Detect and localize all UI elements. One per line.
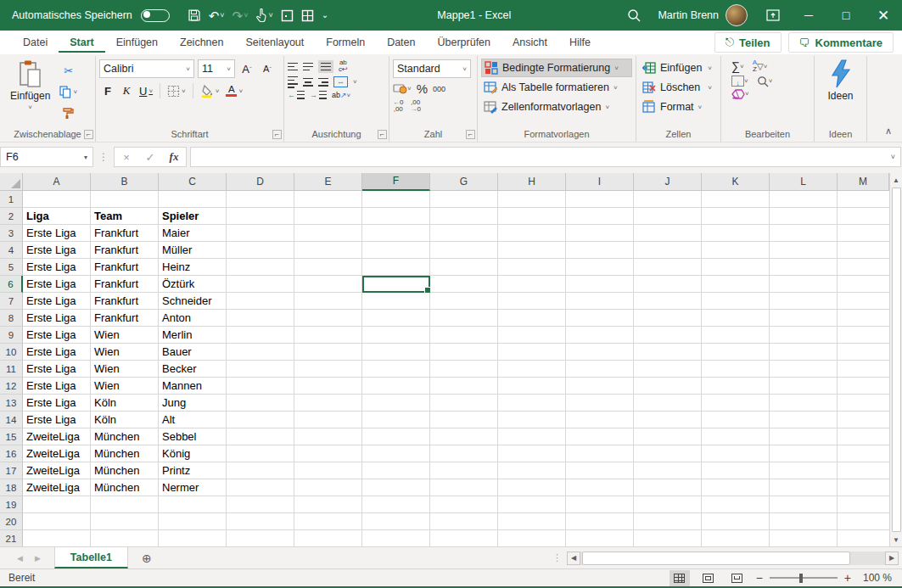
cell-K8[interactable]	[702, 310, 770, 327]
cell-G6[interactable]	[430, 276, 498, 293]
tab-einfuegen[interactable]: Einfügen	[105, 32, 169, 53]
zoom-out-button[interactable]: −	[756, 571, 763, 585]
cell-borders-icon[interactable]	[278, 8, 296, 24]
cell-D3[interactable]	[227, 225, 294, 242]
cell-E5[interactable]	[294, 259, 362, 276]
cell-K2[interactable]	[702, 208, 770, 225]
cell-K17[interactable]	[702, 462, 770, 479]
cell-E1[interactable]	[294, 191, 362, 208]
cell-D20[interactable]	[227, 513, 294, 530]
cell-C2[interactable]: Spieler	[159, 208, 227, 225]
cell-C21[interactable]	[159, 530, 227, 546]
cell-J7[interactable]	[634, 293, 702, 310]
cell-D21[interactable]	[227, 530, 294, 546]
cell-G8[interactable]	[430, 310, 498, 327]
cell-F2[interactable]	[362, 208, 430, 225]
cell-K18[interactable]	[702, 479, 770, 496]
cell-A18[interactable]: ZweiteLiga	[23, 479, 91, 496]
cell-I20[interactable]	[566, 513, 634, 530]
cell-J3[interactable]	[634, 225, 702, 242]
column-header-L[interactable]: L	[770, 173, 838, 191]
increase-font-icon[interactable]: Aˆ	[238, 59, 255, 78]
cell-M18[interactable]	[838, 479, 889, 496]
cell-E9[interactable]	[294, 327, 362, 344]
scroll-up-icon[interactable]: ▲	[893, 173, 899, 187]
cell-B9[interactable]: Wien	[91, 327, 159, 344]
cell-L7[interactable]	[770, 293, 838, 310]
cell-B20[interactable]	[91, 513, 159, 530]
clipboard-dialog-launcher[interactable]: ⌐	[84, 130, 93, 139]
cell-L13[interactable]	[770, 395, 838, 412]
undo-icon[interactable]: ↶˅	[206, 8, 227, 24]
fill-color-icon[interactable]: ˅	[198, 81, 222, 100]
cell-H21[interactable]	[498, 530, 566, 546]
cell-A2[interactable]: Liga	[23, 208, 91, 225]
cell-J5[interactable]	[634, 259, 702, 276]
cell-F8[interactable]	[362, 310, 430, 327]
cell-G4[interactable]	[430, 242, 498, 259]
view-gridlines-icon[interactable]	[299, 8, 317, 24]
cell-G16[interactable]	[430, 445, 498, 462]
cell-F19[interactable]	[362, 496, 430, 513]
cell-E4[interactable]	[294, 242, 362, 259]
cell-B14[interactable]: Köln	[91, 412, 159, 428]
formula-input[interactable]: ˅	[190, 147, 901, 167]
row-header-6[interactable]: 6	[0, 276, 23, 293]
cell-C8[interactable]: Anton	[159, 310, 227, 327]
cell-K5[interactable]	[702, 259, 770, 276]
row-header-21[interactable]: 21	[0, 530, 23, 546]
decrease-indent-icon[interactable]: ←	[288, 91, 305, 99]
copy-icon[interactable]: ˅	[57, 82, 80, 101]
cell-A19[interactable]	[23, 496, 91, 513]
cell-A20[interactable]	[23, 513, 91, 530]
cell-C10[interactable]: Bauer	[159, 344, 227, 361]
cell-F17[interactable]	[362, 462, 430, 479]
cell-F7[interactable]	[362, 293, 430, 310]
cell-D6[interactable]	[227, 276, 294, 293]
cell-I11[interactable]	[566, 361, 634, 378]
cell-L11[interactable]	[770, 361, 838, 378]
row-header-14[interactable]: 14	[0, 412, 23, 428]
cell-H18[interactable]	[498, 479, 566, 496]
cell-G7[interactable]	[430, 293, 498, 310]
cell-G11[interactable]	[430, 361, 498, 378]
cell-K21[interactable]	[702, 530, 770, 546]
cell-E19[interactable]	[294, 496, 362, 513]
cell-H6[interactable]	[498, 276, 566, 293]
tab-datei[interactable]: Datei	[12, 32, 59, 53]
column-header-E[interactable]: E	[294, 173, 362, 191]
cell-D9[interactable]	[227, 327, 294, 344]
cell-F14[interactable]	[362, 412, 430, 428]
cell-K11[interactable]	[702, 361, 770, 378]
cell-J16[interactable]	[634, 445, 702, 462]
cell-D2[interactable]	[227, 208, 294, 225]
cell-L12[interactable]	[770, 378, 838, 395]
align-middle-icon[interactable]	[303, 63, 313, 71]
scroll-down-icon[interactable]: ▼	[893, 533, 899, 546]
cell-I8[interactable]	[566, 310, 634, 327]
cell-E13[interactable]	[294, 395, 362, 412]
cell-E17[interactable]	[294, 462, 362, 479]
touch-mode-icon[interactable]: ˅	[253, 7, 275, 24]
cell-A6[interactable]: Erste Liga	[23, 276, 91, 293]
cell-C7[interactable]: Schneider	[159, 293, 227, 310]
name-box[interactable]: F6▾	[0, 147, 93, 167]
column-header-F[interactable]: F	[362, 173, 430, 191]
tab-zeichnen[interactable]: Zeichnen	[169, 32, 234, 53]
cell-L15[interactable]	[770, 428, 838, 445]
cell-G3[interactable]	[430, 225, 498, 242]
cell-H3[interactable]	[498, 225, 566, 242]
cell-M17[interactable]	[838, 462, 889, 479]
paste-button[interactable]: Einfügen ˅	[3, 58, 57, 113]
format-cells-button[interactable]: Format˅	[640, 98, 717, 116]
zoom-slider-handle[interactable]	[799, 574, 803, 583]
cell-G14[interactable]	[430, 412, 498, 428]
cell-B5[interactable]: Frankfurt	[91, 259, 159, 276]
cell-F20[interactable]	[362, 513, 430, 530]
cell-L21[interactable]	[770, 530, 838, 546]
cell-F5[interactable]	[362, 259, 430, 276]
cell-M16[interactable]	[838, 445, 889, 462]
insert-cells-button[interactable]: Einfügen˅	[640, 59, 717, 77]
underline-button[interactable]: U˅	[137, 81, 155, 100]
cell-G9[interactable]	[430, 327, 498, 344]
